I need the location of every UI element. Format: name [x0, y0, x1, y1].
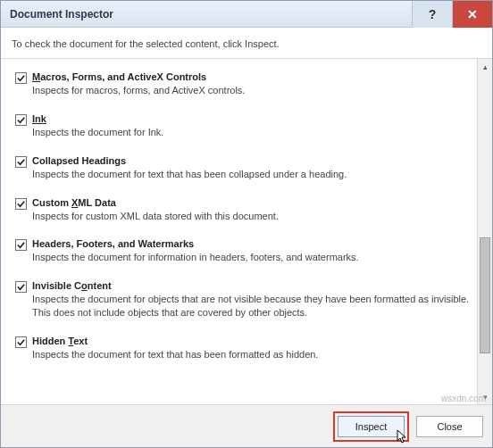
- scrollbar[interactable]: ▴ ▾: [477, 59, 492, 404]
- watermark: wsxdn.com: [441, 394, 486, 403]
- item-desc: Inspects the document for Ink.: [32, 126, 470, 139]
- item-title: Macros, Forms, and ActiveX Controls: [32, 71, 470, 82]
- document-inspector-dialog: Document Inspector ? ✕ To check the docu…: [0, 0, 493, 448]
- checkbox-collapsed[interactable]: [15, 156, 27, 168]
- item-macros: Macros, Forms, and ActiveX Controls Insp…: [10, 64, 475, 106]
- close-button[interactable]: Close: [416, 416, 483, 437]
- item-xml: Custom XML Data Inspects for custom XML …: [10, 190, 475, 232]
- item-ink: Ink Inspects the document for Ink.: [10, 106, 475, 148]
- item-title: Headers, Footers, and Watermarks: [32, 238, 470, 249]
- close-x-button[interactable]: ✕: [452, 1, 492, 28]
- checkbox-xml[interactable]: [15, 198, 27, 210]
- inspect-button[interactable]: Inspect: [338, 416, 405, 437]
- checkbox-headers[interactable]: [15, 239, 27, 251]
- checkbox-ink[interactable]: [15, 114, 27, 126]
- item-desc: Inspects the document for information in…: [32, 251, 470, 264]
- cursor-icon: [397, 429, 409, 445]
- item-hidden: Hidden Text Inspects the document for te…: [10, 328, 475, 370]
- item-headers: Headers, Footers, and Watermarks Inspect…: [10, 231, 475, 273]
- item-desc: Inspects the document for text that has …: [32, 168, 470, 181]
- item-desc: Inspects for custom XML data stored with…: [32, 210, 470, 223]
- item-title: Hidden Text: [32, 336, 470, 346]
- item-title: Ink: [32, 113, 470, 124]
- item-desc: Inspects the document for text that has …: [32, 348, 470, 361]
- item-title: Invisible Content: [32, 280, 470, 291]
- item-invisible: Invisible Content Inspects the document …: [10, 273, 475, 328]
- item-title: Collapsed Headings: [32, 155, 470, 166]
- item-title: Custom XML Data: [32, 197, 470, 208]
- item-desc: Inspects the document for objects that a…: [32, 293, 470, 319]
- item-desc: Inspects for macros, forms, and ActiveX …: [32, 84, 470, 97]
- dialog-footer: Inspect Close: [1, 404, 492, 447]
- inspect-highlight: Inspect: [333, 411, 409, 442]
- inspection-list: Macros, Forms, and ActiveX Controls Insp…: [1, 59, 477, 404]
- scroll-up-arrow[interactable]: ▴: [478, 59, 492, 74]
- checkbox-invisible[interactable]: [15, 281, 27, 293]
- titlebar: Document Inspector ? ✕: [1, 1, 492, 28]
- dialog-title: Document Inspector: [10, 8, 412, 21]
- item-collapsed: Collapsed Headings Inspects the document…: [10, 148, 475, 190]
- instruction-text: To check the document for the selected c…: [1, 28, 492, 59]
- help-button[interactable]: ?: [412, 1, 452, 28]
- checkbox-hidden[interactable]: [15, 336, 27, 348]
- scroll-thumb[interactable]: [480, 237, 490, 353]
- checkbox-macros[interactable]: [15, 72, 27, 84]
- content-area: Macros, Forms, and ActiveX Controls Insp…: [1, 59, 492, 404]
